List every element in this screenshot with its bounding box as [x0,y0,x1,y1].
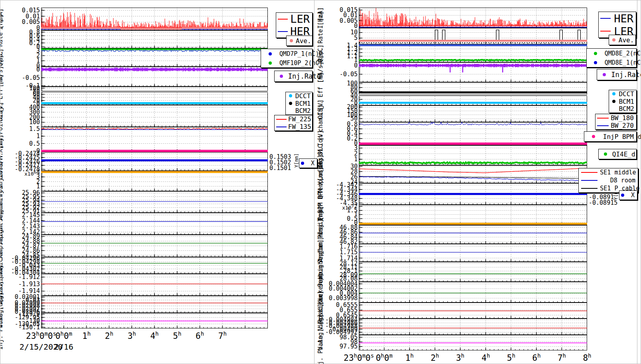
legend-dot-marker [603,73,606,76]
legend-marker [599,152,612,156]
x-tick-label: 5h [173,330,181,341]
legend-dot-marker [289,94,292,97]
y-tick-label: -130.1 [2,324,40,330]
strip-chart-inj-p-bpm-q [41,171,268,191]
legend-label: BCM2 [295,107,313,115]
legend-marker [597,73,611,76]
legend-entry-bcm2: BCM2 [609,105,636,113]
legend-entry-her: HER [599,12,636,25]
legend-line-marker [581,188,598,189]
legend-dot-marker [592,135,595,138]
y-tick-label: -1.913 [2,281,40,287]
y-tick-label: 100 [2,119,40,125]
strip-chart-rep-rate-hz [41,30,268,48]
legend-x: X [299,158,317,168]
strip-chart-v-ang-mrad [41,296,268,313]
x-tick-label: 8h [583,352,591,363]
right-axis-tick-label: -0.08915 [589,200,627,206]
y-tick-label: 97.95 [319,343,358,350]
legend-dot-marker [594,61,597,64]
y-tick-label: 1 [2,183,40,190]
legend-entry-fw-225: FW_225 [275,115,312,123]
legend-label: Ave. [296,37,314,45]
legend-entry-qmd7p-1-nc: QMD7P_1(nC) [261,49,312,58]
strip-chart-septum-pos [41,191,268,213]
injection-monitor-screen: 0.0150.010.0050I [mA]0.80.60.40.20Rep. R… [0,0,641,364]
legend-entry-inj-rate: Inj.Rate [275,71,312,81]
legend-qmd8e-2-nc-qmd8e-1-nc: QMD8E_2(nC)QMD8E_1(nC) [586,48,637,67]
legend-label: X [626,192,637,199]
legend-label: HER [612,12,636,25]
legend-label: SE1 middle [600,169,638,176]
y-tick-label: 0.003998 [319,295,358,301]
legend-entry-dcct: DCCT [609,90,636,98]
legend-dot-marker [594,52,597,55]
legend-label: Inj.Rate [611,71,641,79]
legend-label: QMD7P_1(nC) [279,50,321,57]
legend-label: Inj.Rate [288,72,323,80]
x-tick-label: 3h [456,352,464,363]
legend-entry-ave: Ave. [609,35,635,45]
legend-dcct-bcm1-bcm2: DCCTBCM1BCM2 [285,92,313,115]
legend-marker [595,125,610,126]
legend-line-marker [276,119,287,120]
legend-dcct-bcm1-bcm2: DCCTBCM1BCM2 [609,90,637,113]
x-tick-label: 7h [558,352,566,363]
x-tick-label: 1h [82,330,91,341]
legend-dot-marker [290,39,293,42]
legend-line-marker [276,127,287,127]
legend-dot-marker [604,152,607,156]
y-tick-label: -0.05 [2,75,40,81]
x-tick-label: 4h [150,330,158,341]
legend-entry-bcm2: BCM2 [286,107,312,115]
x-tick-label: 2h [105,330,113,341]
legend-label: FW_225 [288,115,314,123]
strip-chart-inj-eff [359,82,587,105]
x-tick-label: 4h [481,352,490,363]
legend-entry-fw-135: FW_135 [275,123,312,131]
legend-marker [584,135,603,138]
legend-line-marker [278,31,288,32]
legend-label: QMD8E_2(nC) [605,50,641,57]
legend-line-marker [597,118,609,119]
x-tick-label: 3h [128,330,136,341]
strip-chart-inj-p-bpm-q [359,205,587,225]
x-tick-label: 5h [507,352,515,363]
legend-dot-marker [612,38,615,42]
legend-marker [579,172,600,173]
legend-label: BCM2 [619,105,637,113]
legend-entry-bw-270: BW_270 [595,122,636,129]
legend-entry-bcm1: BCM1 [286,100,312,107]
legend-line-marker [581,172,598,173]
x-tick-label: 0h0m [376,352,392,363]
legend-marker [287,39,296,42]
legend-label: BW_270 [610,122,636,129]
legend-marker [599,18,612,19]
strip-chart-v-ang-mrad [359,318,587,335]
legend-qi4e-d: QI4E_d [598,149,637,159]
axis-title-inj-phase-deg: Inj. Phase [deg] [0,292,4,350]
strip-chart-inj-eff [41,87,268,105]
legend-entry-ave: Ave. [287,36,312,46]
legend-ler-her: LERHER [276,12,313,38]
legend-dot-marker [612,100,615,103]
x-tick-label: 0h0m [55,330,72,341]
legend-ave: Ave. [286,36,313,46]
strip-chart-septum-angle-mrad [359,244,587,262]
legend-entry-bcm1: BCM1 [609,98,636,105]
legend-entry-qi4e-d: QI4E_d [599,149,636,159]
strip-chart-loss-m-inj-point-v [41,127,268,152]
strip-chart-lossm-sic-v [359,145,587,165]
legend-dot-marker [289,102,292,105]
strip-chart-ocs [41,105,268,127]
legend-label: QMF10P_2(nC) [279,59,325,67]
legend-se1-middle-d8-room-se1-p-cable: SE1 middleD8 roomSE1 P cable [578,168,638,193]
her-injection-panel: 0.0150.010.0050I [mA]105Rep. Rate [Hz]1.… [314,0,641,364]
legend-label: Ave. [619,36,637,44]
legend-dot-marker [269,52,272,55]
strip-chart-inj-phase-deg [359,335,587,350]
legend-her-ler: HERLER [598,12,636,38]
legend-label: X [306,160,317,167]
y-tick-label: 1 [2,133,40,139]
strip-chart-ocs [359,105,587,122]
